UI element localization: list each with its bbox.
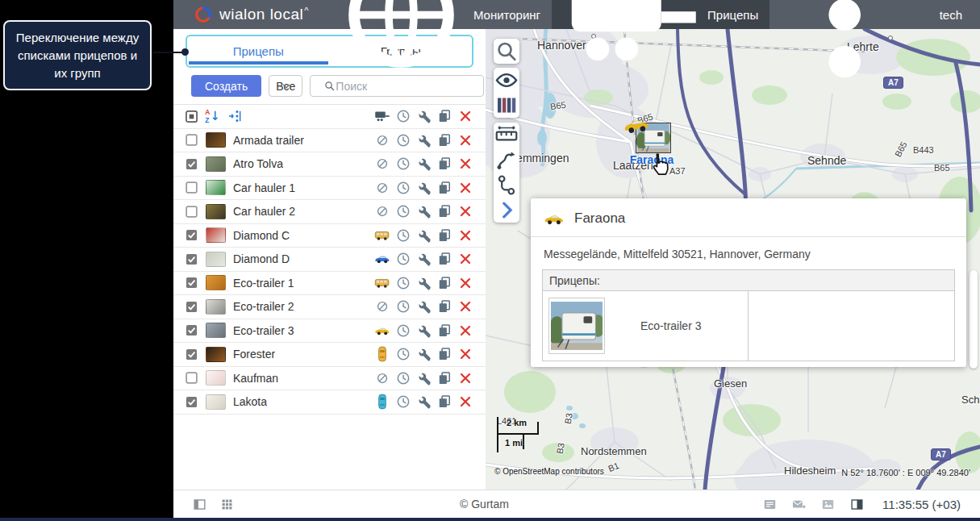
delete-icon[interactable]	[457, 251, 473, 267]
history-icon[interactable]	[395, 227, 411, 244]
history-icon[interactable]	[395, 298, 411, 315]
copy-icon[interactable]	[436, 323, 452, 339]
edit-icon[interactable]	[416, 323, 432, 339]
edit-icon[interactable]	[416, 203, 432, 219]
copy-icon[interactable]	[436, 203, 452, 219]
bound-unit-icon[interactable]	[374, 346, 390, 362]
copy-icon[interactable]	[436, 251, 452, 267]
edit-icon[interactable]	[416, 180, 432, 196]
toggle-panel-icon[interactable]	[192, 497, 207, 512]
history-icon[interactable]	[395, 251, 411, 267]
delete-column-icon[interactable]	[457, 108, 473, 124]
waypoints-icon[interactable]	[494, 173, 519, 198]
unbind-icon[interactable]	[374, 156, 390, 172]
history-icon[interactable]	[395, 203, 411, 219]
unbind-icon[interactable]	[374, 370, 390, 386]
unbind-icon[interactable]	[374, 203, 390, 219]
trailer-row[interactable]: Kaufman	[173, 367, 486, 391]
edit-icon[interactable]	[416, 346, 432, 362]
trailer-row[interactable]: Atro Tolva	[173, 152, 486, 177]
filter-dropdown[interactable]: Все	[269, 75, 302, 97]
map-zoom-slider[interactable]	[970, 270, 978, 369]
history-icon[interactable]	[395, 370, 411, 386]
delete-icon[interactable]	[457, 298, 473, 315]
delete-icon[interactable]	[457, 323, 473, 339]
eye-icon[interactable]	[494, 68, 519, 93]
row-checkbox[interactable]	[186, 181, 198, 194]
history-icon[interactable]	[395, 180, 411, 196]
map-area[interactable]: HannoverLehrteHemmingenLaatzenSehndeGies…	[486, 29, 980, 490]
apps-grid-icon[interactable]	[219, 497, 235, 512]
row-checkbox[interactable]	[186, 253, 198, 265]
row-checkbox[interactable]	[186, 229, 198, 241]
bound-unit-icon[interactable]	[374, 394, 390, 410]
route-icon[interactable]	[494, 148, 519, 173]
edit-icon[interactable]	[416, 251, 432, 267]
edit-icon[interactable]	[416, 132, 432, 148]
osm-attribution[interactable]: © OpenStreetMap contributors	[494, 467, 604, 476]
tab-trailers[interactable]: Прицепы	[187, 36, 330, 66]
delete-icon[interactable]	[457, 370, 473, 386]
row-checkbox[interactable]	[186, 372, 198, 384]
edit-icon[interactable]	[416, 370, 432, 386]
trailer-row[interactable]: Car hauler 1	[173, 177, 486, 201]
trailer-row[interactable]: Armada trailer	[173, 129, 486, 153]
edit-icon[interactable]	[416, 298, 432, 315]
trailer-row[interactable]: Car hauler 2	[173, 200, 486, 224]
delete-icon[interactable]	[457, 275, 473, 291]
map-layers-icon[interactable]	[494, 93, 519, 118]
trailer-row[interactable]: Lakota	[173, 390, 486, 415]
copy-icon[interactable]	[436, 132, 452, 148]
trailer-row[interactable]: Diamond C	[173, 224, 486, 248]
media-icon[interactable]	[820, 497, 836, 512]
messages-icon[interactable]	[791, 497, 807, 512]
delete-icon[interactable]	[457, 132, 473, 148]
copy-icon[interactable]	[436, 227, 452, 244]
notes-icon[interactable]	[762, 497, 778, 512]
edit-column-icon[interactable]	[416, 108, 432, 124]
row-checkbox[interactable]	[186, 158, 198, 170]
row-checkbox[interactable]	[186, 206, 198, 218]
ruler-icon[interactable]	[494, 123, 519, 148]
current-user[interactable]: tech	[940, 8, 962, 22]
delete-icon[interactable]	[457, 180, 473, 196]
delete-icon[interactable]	[457, 346, 473, 362]
bind-units-icon[interactable]	[227, 108, 243, 124]
nav-trailers[interactable]: Прицепы	[552, 0, 769, 29]
unbind-icon[interactable]	[374, 180, 390, 196]
edit-icon[interactable]	[416, 275, 432, 291]
row-checkbox[interactable]	[186, 277, 198, 289]
unbind-icon[interactable]	[374, 298, 390, 315]
trailer-row[interactable]: Eco-trailer 2	[173, 295, 486, 319]
copy-icon[interactable]	[436, 298, 452, 315]
history-icon[interactable]	[395, 156, 411, 172]
nav-monitoring[interactable]: Мониторинг	[323, 0, 552, 29]
units-column-icon[interactable]	[374, 108, 390, 124]
copy-icon[interactable]	[436, 156, 452, 172]
more-menu-icon[interactable]	[769, 0, 920, 90]
delete-icon[interactable]	[457, 203, 473, 219]
history-icon[interactable]	[395, 346, 411, 362]
edit-icon[interactable]	[416, 394, 432, 410]
history-icon[interactable]	[395, 132, 411, 148]
trailer-row[interactable]: Eco-trailer 3	[173, 319, 486, 344]
delete-icon[interactable]	[457, 156, 473, 172]
copy-icon[interactable]	[436, 346, 452, 362]
copy-column-icon[interactable]	[436, 108, 452, 124]
copy-icon[interactable]	[436, 370, 452, 386]
layout-split-icon[interactable]	[849, 497, 865, 512]
row-checkbox[interactable]	[186, 301, 198, 313]
bound-unit-icon[interactable]	[374, 275, 390, 291]
delete-icon[interactable]	[457, 394, 473, 410]
edit-icon[interactable]	[416, 156, 432, 172]
create-button[interactable]: Создать	[191, 75, 261, 97]
row-checkbox[interactable]	[186, 396, 198, 408]
unbind-icon[interactable]	[374, 132, 390, 148]
copy-icon[interactable]	[436, 275, 452, 291]
edit-icon[interactable]	[416, 227, 432, 244]
bound-unit-icon[interactable]	[374, 227, 390, 244]
trailer-row[interactable]: Eco-trailer 1	[173, 272, 486, 296]
sort-az-icon[interactable]: AZ	[204, 108, 220, 124]
select-all-checkbox[interactable]	[186, 110, 198, 123]
history-icon[interactable]	[395, 394, 411, 410]
